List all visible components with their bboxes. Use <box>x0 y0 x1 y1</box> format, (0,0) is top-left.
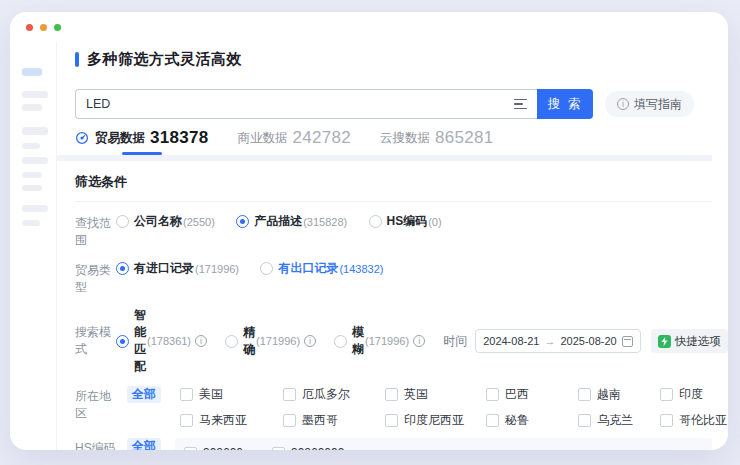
checkbox-label: 印度 <box>679 386 703 403</box>
checkbox-label: 巴西 <box>505 386 529 403</box>
hs-all-button[interactable]: 全部 <box>127 438 161 450</box>
search-button[interactable]: 搜 索 <box>537 89 593 119</box>
sidebar-skeleton-item[interactable] <box>22 104 42 111</box>
sidebar-skeleton-item[interactable] <box>22 127 48 135</box>
info-icon[interactable] <box>304 335 316 347</box>
radio-fuzzy[interactable]: 模糊 (171996) <box>334 324 425 358</box>
sidebar-skeleton-item[interactable] <box>22 91 48 98</box>
region-filter-row: 所在地区 全部 美国厄瓜多尔英国巴西越南印度 马来西亚墨西哥印度尼西亚秘鲁乌克兰… <box>57 386 728 429</box>
data-tabs: 贸易数据 318378 商业数据 242782 云搜数据 865281 <box>57 128 728 155</box>
radio-smart-match[interactable]: 智能匹配 (178361) <box>116 307 207 375</box>
region-checkbox-item[interactable]: 哥伦比亚 <box>660 412 728 429</box>
region-checkbox-item[interactable]: 秘鲁 <box>486 412 578 429</box>
sidebar-skeleton-item[interactable] <box>22 157 48 164</box>
filter-lines-icon[interactable] <box>514 99 527 110</box>
radio-has-import-records[interactable]: 有进口记录 (171996) <box>116 260 239 277</box>
radio-product-desc[interactable]: 产品描述 (315828) <box>236 213 347 230</box>
divider <box>75 201 712 202</box>
radio-count: (2550) <box>183 216 215 228</box>
sidebar-skeleton-item[interactable] <box>22 172 42 178</box>
radio-label: 模糊 <box>352 324 364 358</box>
checkbox-icon <box>385 414 398 427</box>
hs-checkbox-item[interactable]: 39269099 <box>272 446 361 450</box>
checkbox-label: 越南 <box>597 386 621 403</box>
checkbox-label: 秘鲁 <box>505 412 529 429</box>
tab-cloud-data[interactable]: 云搜数据 865281 <box>380 128 494 155</box>
sidebar-skeleton-item[interactable] <box>22 205 48 212</box>
info-icon[interactable] <box>413 335 425 347</box>
region-checkbox-item[interactable]: 墨西哥 <box>283 412 385 429</box>
region-checkbox-item[interactable]: 厄瓜多尔 <box>283 386 385 403</box>
search-input[interactable] <box>86 97 514 111</box>
region-checkbox-item[interactable]: 美国 <box>180 386 283 403</box>
region-all-button[interactable]: 全部 <box>127 386 161 403</box>
sidebar-skeleton-item[interactable] <box>22 220 40 226</box>
tab-business-data[interactable]: 商业数据 242782 <box>238 128 352 155</box>
info-icon <box>617 98 629 110</box>
radio-selected-icon <box>116 335 129 348</box>
zoom-window-icon[interactable] <box>54 24 61 31</box>
scope-row-label: 查找范围 <box>75 213 116 249</box>
radio-company-name[interactable]: 公司名称 (2550) <box>116 213 215 230</box>
calendar-icon <box>622 336 633 347</box>
tab-trade-data[interactable]: 贸易数据 318378 <box>75 128 209 155</box>
sidebar-skeleton-item[interactable] <box>22 143 40 149</box>
search-input-wrap <box>75 89 537 119</box>
radio-icon <box>225 335 238 348</box>
hs-checkbox-item[interactable]: 392690 <box>184 446 272 450</box>
region-row-label: 所在地区 <box>75 386 116 422</box>
region-checkbox-item[interactable]: 印度 <box>660 386 728 403</box>
scope-filter-row: 查找范围 公司名称 (2550) 产品描述 (315828) HS编码 <box>57 213 728 249</box>
main-content: 多种筛选方式灵活高效 搜 索 填写指南 <box>57 42 728 450</box>
info-icon[interactable] <box>195 335 207 347</box>
radio-label: 精确 <box>243 324 255 358</box>
checkbox-icon <box>184 447 197 451</box>
trade-data-icon <box>75 131 89 145</box>
radio-count: (178361) <box>147 335 191 347</box>
radio-selected-icon <box>116 262 129 275</box>
date-range-arrow: → <box>544 335 555 347</box>
sidebar-item-active[interactable] <box>22 68 42 76</box>
quick-options-label: 快捷选项 <box>675 334 721 349</box>
tab-label: 商业数据 <box>238 130 288 147</box>
hs-column: 39269039269099 85044085044090 8512208512… <box>175 438 712 450</box>
radio-hs-code[interactable]: HS编码 (0) <box>369 213 442 230</box>
radio-exact[interactable]: 精确 (171996) <box>225 324 316 358</box>
region-checkbox-item[interactable]: 乌克兰 <box>578 412 660 429</box>
trade-type-row-label: 贸易类型 <box>75 260 116 296</box>
region-checkbox-item[interactable]: 越南 <box>578 386 660 403</box>
fill-guide-button[interactable]: 填写指南 <box>605 91 694 117</box>
sidebar-skeleton-item[interactable] <box>22 185 42 191</box>
region-checkbox-item[interactable]: 马来西亚 <box>180 412 283 429</box>
checkbox-icon <box>283 414 296 427</box>
close-window-icon[interactable] <box>26 24 33 31</box>
checkbox-icon <box>272 447 285 451</box>
checkbox-icon <box>578 388 591 401</box>
checkbox-icon <box>578 414 591 427</box>
radio-icon <box>334 335 347 348</box>
fill-guide-label: 填写指南 <box>634 96 682 113</box>
radio-count: (315828) <box>303 216 347 228</box>
minimize-window-icon[interactable] <box>40 24 47 31</box>
quick-options-button[interactable]: 快捷选项 <box>651 329 728 353</box>
radio-has-export-records[interactable]: 有出口记录 (143832) <box>260 260 383 277</box>
radio-selected-icon <box>236 215 249 228</box>
date-start: 2024-08-21 <box>483 335 539 347</box>
region-checkbox-item[interactable]: 印度尼西亚 <box>385 412 486 429</box>
region-checkbox-item[interactable]: 巴西 <box>486 386 578 403</box>
filter-section-title: 筛选条件 <box>57 173 728 191</box>
region-checkbox-item[interactable]: 英国 <box>385 386 486 403</box>
checkbox-label: 英国 <box>404 386 428 403</box>
date-range-picker[interactable]: 2024-08-21 → 2025-08-20 <box>475 329 641 353</box>
tab-count: 318378 <box>150 128 209 148</box>
page-title: 多种筛选方式灵活高效 <box>87 50 242 69</box>
radio-icon <box>260 262 273 275</box>
tab-count: 242782 <box>293 128 352 148</box>
checkbox-label: 392690 <box>203 446 243 450</box>
sidebar-skeleton <box>10 42 57 450</box>
checkbox-label: 厄瓜多尔 <box>302 386 350 403</box>
region-checkbox-grid: 美国厄瓜多尔英国巴西越南印度 马来西亚墨西哥印度尼西亚秘鲁乌克兰哥伦比亚 <box>180 386 728 429</box>
hs-code-panel: 39269039269099 85044085044090 8512208512… <box>175 438 712 450</box>
app-window: 多种筛选方式灵活高效 搜 索 填写指南 <box>10 12 728 450</box>
radio-label: 智能匹配 <box>134 307 146 375</box>
